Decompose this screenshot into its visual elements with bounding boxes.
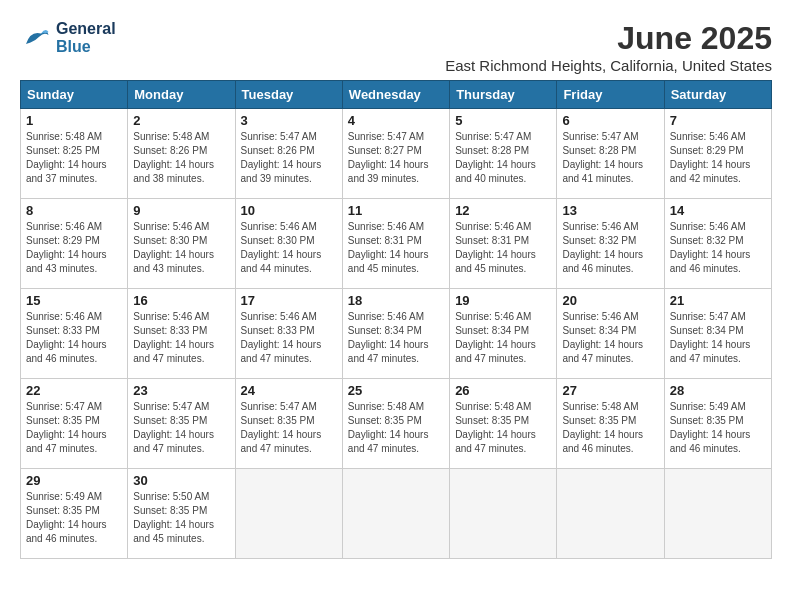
- table-row: 28Sunrise: 5:49 AMSunset: 8:35 PMDayligh…: [664, 379, 771, 469]
- table-row: 26Sunrise: 5:48 AMSunset: 8:35 PMDayligh…: [450, 379, 557, 469]
- table-row: 30Sunrise: 5:50 AMSunset: 8:35 PMDayligh…: [128, 469, 235, 559]
- logo: General Blue: [20, 20, 116, 56]
- table-row: 2Sunrise: 5:48 AMSunset: 8:26 PMDaylight…: [128, 109, 235, 199]
- table-row: 5Sunrise: 5:47 AMSunset: 8:28 PMDaylight…: [450, 109, 557, 199]
- table-row: 9Sunrise: 5:46 AMSunset: 8:30 PMDaylight…: [128, 199, 235, 289]
- table-row: 29Sunrise: 5:49 AMSunset: 8:35 PMDayligh…: [21, 469, 128, 559]
- table-row: 4Sunrise: 5:47 AMSunset: 8:27 PMDaylight…: [342, 109, 449, 199]
- table-row: [235, 469, 342, 559]
- col-friday: Friday: [557, 81, 664, 109]
- table-row: 17Sunrise: 5:46 AMSunset: 8:33 PMDayligh…: [235, 289, 342, 379]
- logo-text: General Blue: [56, 20, 116, 56]
- table-row: 27Sunrise: 5:48 AMSunset: 8:35 PMDayligh…: [557, 379, 664, 469]
- month-title: June 2025: [445, 20, 772, 57]
- table-row: 24Sunrise: 5:47 AMSunset: 8:35 PMDayligh…: [235, 379, 342, 469]
- table-row: 20Sunrise: 5:46 AMSunset: 8:34 PMDayligh…: [557, 289, 664, 379]
- table-row: 11Sunrise: 5:46 AMSunset: 8:31 PMDayligh…: [342, 199, 449, 289]
- table-row: [450, 469, 557, 559]
- table-row: 22Sunrise: 5:47 AMSunset: 8:35 PMDayligh…: [21, 379, 128, 469]
- logo-icon: [20, 23, 50, 53]
- table-row: 10Sunrise: 5:46 AMSunset: 8:30 PMDayligh…: [235, 199, 342, 289]
- table-row: [664, 469, 771, 559]
- col-tuesday: Tuesday: [235, 81, 342, 109]
- page-header: General Blue June 2025 East Richmond Hei…: [20, 20, 772, 74]
- table-row: 8Sunrise: 5:46 AMSunset: 8:29 PMDaylight…: [21, 199, 128, 289]
- table-row: [342, 469, 449, 559]
- table-row: 13Sunrise: 5:46 AMSunset: 8:32 PMDayligh…: [557, 199, 664, 289]
- col-saturday: Saturday: [664, 81, 771, 109]
- table-row: 14Sunrise: 5:46 AMSunset: 8:32 PMDayligh…: [664, 199, 771, 289]
- table-row: 25Sunrise: 5:48 AMSunset: 8:35 PMDayligh…: [342, 379, 449, 469]
- table-row: 12Sunrise: 5:46 AMSunset: 8:31 PMDayligh…: [450, 199, 557, 289]
- col-monday: Monday: [128, 81, 235, 109]
- table-row: 6Sunrise: 5:47 AMSunset: 8:28 PMDaylight…: [557, 109, 664, 199]
- col-thursday: Thursday: [450, 81, 557, 109]
- title-area: June 2025 East Richmond Heights, Califor…: [445, 20, 772, 74]
- location-title: East Richmond Heights, California, Unite…: [445, 57, 772, 74]
- calendar-header-row: Sunday Monday Tuesday Wednesday Thursday…: [21, 81, 772, 109]
- table-row: 18Sunrise: 5:46 AMSunset: 8:34 PMDayligh…: [342, 289, 449, 379]
- table-row: 16Sunrise: 5:46 AMSunset: 8:33 PMDayligh…: [128, 289, 235, 379]
- table-row: 1Sunrise: 5:48 AMSunset: 8:25 PMDaylight…: [21, 109, 128, 199]
- col-sunday: Sunday: [21, 81, 128, 109]
- table-row: 19Sunrise: 5:46 AMSunset: 8:34 PMDayligh…: [450, 289, 557, 379]
- table-row: 21Sunrise: 5:47 AMSunset: 8:34 PMDayligh…: [664, 289, 771, 379]
- calendar-table: Sunday Monday Tuesday Wednesday Thursday…: [20, 80, 772, 559]
- table-row: 15Sunrise: 5:46 AMSunset: 8:33 PMDayligh…: [21, 289, 128, 379]
- table-row: 7Sunrise: 5:46 AMSunset: 8:29 PMDaylight…: [664, 109, 771, 199]
- table-row: 3Sunrise: 5:47 AMSunset: 8:26 PMDaylight…: [235, 109, 342, 199]
- table-row: [557, 469, 664, 559]
- table-row: 23Sunrise: 5:47 AMSunset: 8:35 PMDayligh…: [128, 379, 235, 469]
- col-wednesday: Wednesday: [342, 81, 449, 109]
